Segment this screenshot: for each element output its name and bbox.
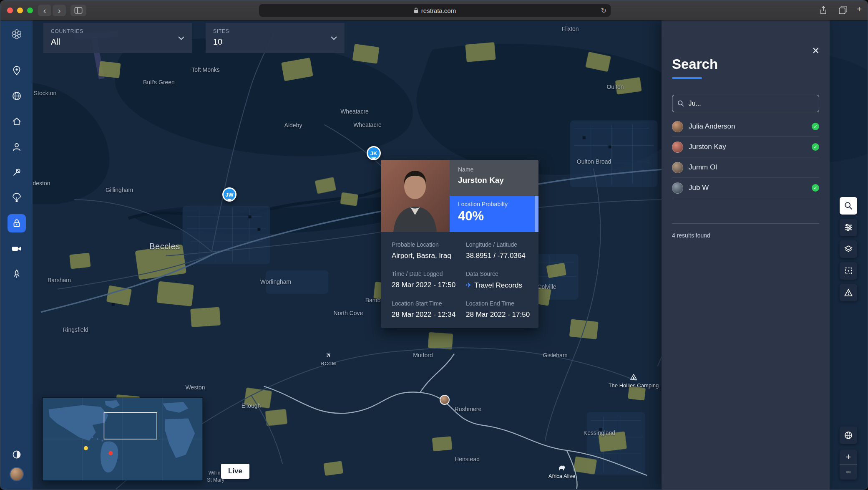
map-place-label: Colville	[537, 283, 556, 290]
sites-dropdown[interactable]: SITES 10	[206, 23, 345, 53]
field-value: 28 Mar 2022 - 12:34	[392, 311, 466, 319]
map-place-label: North Cove	[334, 310, 363, 316]
field-value: 28 Mar 2022 - 17:50	[466, 311, 538, 319]
sidebar-item-response[interactable]	[8, 189, 26, 207]
travel-plane-icon: ✈	[466, 281, 472, 290]
person-detail-card: Name Jurston Kay Location Probabilty 40%…	[381, 160, 538, 328]
sites-label: SITES	[213, 28, 337, 34]
map-place-label: Gillingham	[106, 187, 133, 193]
countries-value: All	[51, 37, 184, 47]
url-text: restrata.com	[421, 7, 456, 14]
overview-minimap[interactable]	[42, 397, 203, 481]
sidebar-item-security[interactable]	[8, 214, 26, 232]
result-row[interactable]: Jumm Ol	[672, 157, 819, 178]
card-name-section: Name Jurston Kay	[450, 160, 538, 196]
search-results: Julia Anderson ✓ Jurston Kay ✓ Jumm Ol J…	[672, 116, 819, 198]
name-label: Name	[458, 166, 538, 173]
layers-tool-button[interactable]	[840, 240, 857, 258]
search-panel: ✕ Search Julia Anderson ✓ Jurston Kay ✓	[662, 20, 830, 490]
result-row[interactable]: Jub W ✓	[672, 178, 819, 198]
map-place-label: Oulton Broad	[577, 158, 611, 165]
warning-triangle-icon	[844, 288, 853, 297]
map-marker-jk[interactable]: JK	[367, 146, 381, 160]
sidebar-item-status[interactable]	[8, 445, 26, 464]
field-data-source: Data Source ✈Travel Records	[466, 270, 538, 290]
verified-check-icon: ✓	[812, 123, 819, 130]
forward-button[interactable]: ›	[53, 5, 66, 16]
zoom-in-button[interactable]: +	[840, 450, 857, 465]
close-icon[interactable]: ✕	[812, 46, 820, 56]
field-value: 38.8951 / -77.0364	[466, 252, 538, 260]
globe-view-button[interactable]	[840, 427, 857, 444]
browser-window: ‹ › restrata.com ↻ +	[0, 0, 868, 490]
search-tool-button[interactable]	[840, 197, 857, 215]
field-label: Longitude / Latitude	[466, 241, 538, 248]
live-button[interactable]: Live	[221, 464, 249, 479]
back-icon: ‹	[43, 6, 46, 15]
zoom-controls: + −	[840, 427, 857, 480]
countries-dropdown[interactable]: COUNTRIES All	[43, 23, 192, 53]
address-bar[interactable]: restrata.com ↻	[259, 4, 611, 17]
share-icon	[819, 5, 828, 15]
field-value: 28 Mar 2022 - 17:50	[392, 281, 466, 289]
pushpin-icon	[11, 167, 22, 178]
probability-label: Location Probabilty	[458, 201, 538, 207]
map-place-label: Henstead	[455, 456, 480, 462]
person-icon	[11, 141, 22, 152]
sidebar-item-assets[interactable]	[8, 163, 26, 182]
sidebar-item-missions[interactable]	[8, 265, 26, 283]
back-button[interactable]: ‹	[38, 5, 51, 16]
share-button[interactable]	[819, 5, 828, 17]
sidebar-item-people[interactable]	[8, 138, 26, 156]
camera-icon	[11, 243, 23, 255]
map-place-label: Weston	[185, 384, 205, 391]
sliders-icon	[844, 223, 853, 232]
panel-title: Search	[672, 56, 819, 72]
alerts-tool-button[interactable]	[840, 284, 857, 301]
map-photo-marker[interactable]	[440, 395, 450, 405]
map-place-label: Wheatacre	[353, 121, 382, 128]
map-marker-jw[interactable]: JW	[222, 187, 236, 202]
dashed-select-icon	[844, 267, 853, 275]
filters-tool-button[interactable]	[840, 219, 857, 236]
result-row[interactable]: Jurston Kay ✓	[672, 137, 819, 157]
select-area-tool-button[interactable]	[840, 262, 857, 280]
sidebar-item-tracking[interactable]	[8, 61, 26, 80]
location-pin-icon	[11, 65, 22, 76]
result-avatar	[672, 141, 683, 153]
home-icon	[11, 116, 22, 127]
map-place-label: Ellough	[242, 402, 261, 409]
fullscreen-window-button[interactable]	[27, 8, 33, 13]
sidebar-item-sites[interactable]	[8, 112, 26, 131]
globe-icon	[844, 431, 853, 440]
browser-toolbar: ‹ › restrata.com ↻ +	[0, 0, 868, 20]
probability-stripe	[535, 196, 538, 232]
zoom-button-group: + −	[840, 450, 857, 480]
user-avatar[interactable]	[10, 467, 24, 481]
search-input[interactable]	[689, 100, 814, 107]
person-photo	[381, 160, 450, 232]
field-label: Probable Location	[392, 241, 466, 248]
verified-check-icon: ✓	[812, 143, 819, 151]
zoom-out-button[interactable]: −	[840, 465, 857, 480]
nav-sidebar	[0, 20, 33, 490]
tab-overview-button[interactable]	[838, 5, 848, 16]
new-tab-button[interactable]: +	[857, 5, 862, 14]
map-place-label: Oulton	[606, 83, 624, 90]
close-window-button[interactable]	[7, 8, 13, 13]
countries-label: COUNTRIES	[51, 28, 184, 34]
map-tools-toolbar	[840, 197, 857, 301]
result-row[interactable]: Julia Anderson ✓	[672, 116, 819, 137]
sidebar-toggle-button[interactable]	[70, 5, 86, 16]
chevron-down-icon	[178, 36, 184, 40]
map-poi-label: The Hollies Camping	[609, 382, 659, 389]
map-place-label: Flixton	[561, 25, 579, 32]
card-details: Probable Location Airport, Basra, Iraq L…	[381, 232, 538, 328]
refresh-icon[interactable]: ↻	[601, 7, 606, 15]
app-root: Flixton Oulton Toft Monks Bull's Green S…	[0, 20, 868, 490]
sidebar-item-global[interactable]	[8, 87, 26, 105]
search-field[interactable]	[672, 95, 819, 112]
sidebar-item-surveillance[interactable]	[8, 240, 26, 258]
minimize-window-button[interactable]	[17, 8, 23, 13]
results-count: 4 results found	[672, 223, 819, 239]
